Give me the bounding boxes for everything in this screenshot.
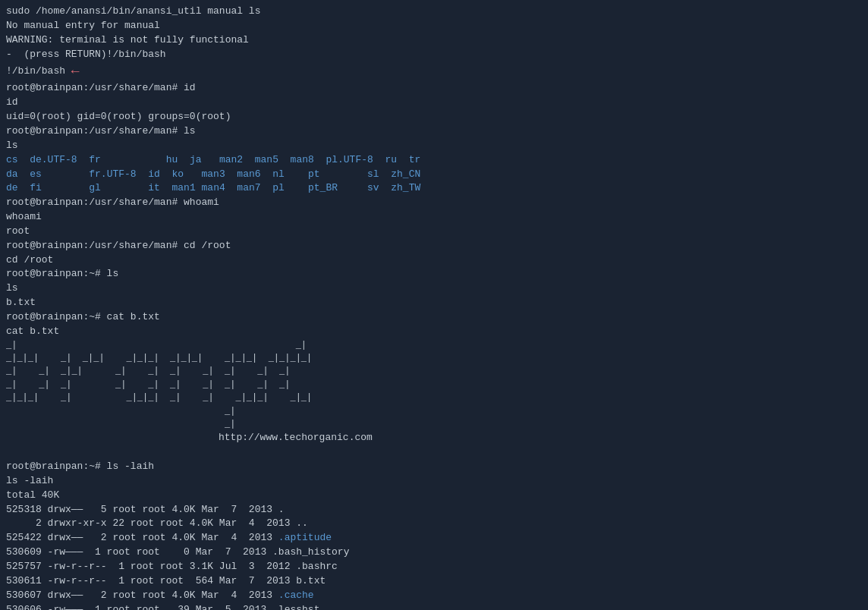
line-total: total 40K (6, 489, 862, 503)
line-prompt-cd: root@brainpan:/usr/share/man# cd /root (6, 239, 862, 253)
ls-row2: da es fr.UTF-8 id ko man3 man6 nl pt sl … (6, 168, 862, 182)
line-ls-dotdot: 2 drwxr-xr-x 22 root root 4.0K Mar 4 201… (6, 517, 862, 531)
line-ls-output: ls (6, 139, 862, 153)
line-prompt-id: root@brainpan:/usr/share/man# id (6, 81, 862, 96)
line-btxt: b.txt (6, 296, 862, 310)
line-no-manual: No manual entry for manual (6, 19, 862, 33)
line-url: http://www.techorganic.com (6, 431, 862, 445)
line-ls2-output: ls (6, 281, 862, 296)
line-warning: WARNING: terminal is not fully functiona… (6, 33, 862, 48)
line-ls-cache: 530607 drwx—— 2 root root 4.0K Mar 4 201… (6, 589, 862, 603)
line-blank (6, 445, 862, 460)
ascii-art-block: _| _| _|_|_| _| _|_| _|_|_| _|_|_| _|_|_… (6, 339, 862, 432)
line-sudo-cmd: sudo /home/anansi/bin/anansi_util manual… (6, 5, 862, 19)
line-ls-bash-history: 530609 -rw——— 1 root root 0 Mar 7 2013 .… (6, 546, 862, 560)
line-bin-bash: !/bin/bash ← (6, 61, 862, 81)
line-press-return: - (press RETURN)!/bin/bash (6, 48, 862, 62)
line-ls-bashrc: 525757 -rw-r--r-- 1 root root 3.1K Jul 3… (6, 560, 862, 574)
line-cd-output: cd /root (6, 253, 862, 268)
ls-row1: cs de.UTF-8 fr hu ja man2 man5 man8 pl.U… (6, 153, 862, 168)
line-prompt-whoami: root@brainpan:/usr/share/man# whoami (6, 196, 862, 210)
line-prompt-cat: root@brainpan:~# cat b.txt (6, 310, 862, 325)
arrow-icon: ← (71, 61, 80, 81)
line-whoami-output: whoami (6, 210, 862, 225)
line-ls-laih-output: ls -laih (6, 474, 862, 489)
ls-row3: de fi gl it man1 man4 man7 pl pt_BR sv z… (6, 181, 862, 196)
line-ls-dot: 525318 drwx—— 5 root root 4.0K Mar 7 201… (6, 503, 862, 517)
line-cat-output: cat b.txt (6, 325, 862, 339)
line-ls-lesshst: 530606 -rw——— 1 root root 39 Mar 5 2013 … (6, 603, 862, 610)
terminal: sudo /home/anansi/bin/anansi_util manual… (6, 5, 862, 610)
line-prompt-ls-laih: root@brainpan:~# ls -laih (6, 460, 862, 474)
line-prompt-ls: root@brainpan:/usr/share/man# ls (6, 124, 862, 139)
line-ls-btxt: 530611 -rw-r--r-- 1 root root 564 Mar 7 … (6, 574, 862, 589)
line-root: root (6, 225, 862, 239)
line-uid: uid=0(root) gid=0(root) groups=0(root) (6, 110, 862, 124)
line-prompt-ls2: root@brainpan:~# ls (6, 267, 862, 281)
line-id-output: id (6, 96, 862, 110)
line-ls-aptitude: 525422 drwx—— 2 root root 4.0K Mar 4 201… (6, 531, 862, 546)
